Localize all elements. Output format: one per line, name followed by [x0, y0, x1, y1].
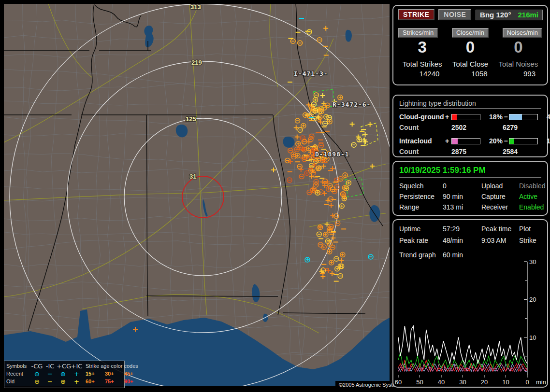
circle-minus-icon: ⊖ [30, 371, 43, 377]
total-noises-value: 993 [494, 70, 542, 78]
svg-text:10: 10 [529, 334, 536, 341]
svg-text:30: 30 [529, 258, 536, 266]
legend-symbols-header: Symbols [6, 363, 30, 369]
noises-per-min-badge: Noises/min [503, 28, 542, 38]
plot-mode-value: Strike [519, 237, 541, 244]
upload-status: Disabled [519, 182, 545, 190]
peak-time-value: 9:03 AM [481, 237, 519, 244]
circle-plus-icon: ⊕ [57, 371, 70, 377]
map-canvas: 31321912531I-471-3-R-3472-6-D-1898-1 [4, 4, 390, 386]
svg-text:313: 313 [190, 4, 201, 11]
cg-negative-bar [509, 114, 538, 120]
svg-text:40: 40 [438, 378, 445, 386]
minus-icon: − [43, 378, 57, 385]
close-per-min-badge: Close/min [452, 28, 489, 38]
intracloud-counts: Count 2875 2584 [393, 148, 547, 155]
legend-header: Symbols -CG -IC +CG +IC Strike age color… [6, 362, 122, 370]
strike-button[interactable]: STRIKE [398, 9, 434, 20]
map-symbol-legend: Symbols -CG -IC +CG +IC Strike age color… [4, 361, 125, 388]
trend-graph[interactable]: 1020306050403020100min [393, 258, 547, 387]
ic-negative-bar [509, 138, 538, 144]
plus-icon: + [70, 378, 84, 385]
cg-positive-count: 2502 [451, 124, 503, 131]
legend-row-recent: Recent ⊖ − ⊕ + 15+ 30+ 45+ [6, 370, 122, 378]
total-labels: Total Strikes Total Close Total Noises [393, 56, 547, 68]
app-window: { "app": { "copyright": "©2005 Astrogeni… [0, 0, 550, 392]
intracloud-row: Intracloud + 20% − 18% [393, 137, 547, 145]
datetime-display: 10/19/2025 1:59:16 PM [399, 166, 541, 178]
cloud-ground-row: Cloud-ground + 18% − 44% [393, 113, 547, 121]
noise-button[interactable]: NOISE [438, 9, 471, 20]
svg-text:20: 20 [529, 296, 536, 303]
peak-rate-value: 48/min [443, 237, 481, 244]
ic-negative-count: 2584 [503, 148, 550, 155]
uptime-value: 57:29 [443, 225, 481, 233]
cloud-ground-counts: Count 2502 6279 [393, 124, 547, 131]
noises-per-min-value: 0 [494, 39, 542, 56]
receiver-status-panel: 10/19/2025 1:59:16 PM Squelch0 UploadDis… [392, 161, 548, 216]
rate-values: 3 0 0 [393, 38, 547, 56]
circle-plus-icon: ⊕ [57, 378, 70, 385]
svg-text:20: 20 [481, 378, 488, 386]
total-close-value: 1058 [446, 70, 494, 78]
svg-text:50: 50 [416, 378, 423, 386]
svg-text:31: 31 [189, 173, 196, 180]
svg-text:10: 10 [502, 378, 509, 386]
bearing-badge: Bng 120° 216mi [476, 10, 543, 20]
svg-text:0: 0 [525, 378, 529, 386]
rate-badges: Strikes/min Close/min Noises/min [393, 20, 547, 38]
strikes-per-min-badge: Strikes/min [398, 28, 438, 38]
lightning-map[interactable]: 31321912531I-471-3-R-3472-6-D-1898-1 [4, 4, 390, 386]
trend-panel: Uptime57:29 Peak timePlot Peak rate48/mi… [392, 219, 548, 388]
trend-series-cg-positive [398, 360, 527, 372]
strikes-per-min-value: 3 [398, 39, 446, 56]
toolbar: STRIKE NOISE Bng 120° 216mi [393, 6, 547, 20]
svg-text:30: 30 [459, 378, 466, 386]
distribution-title: Lightning type distribution [399, 99, 541, 109]
svg-text:219: 219 [191, 59, 202, 66]
total-values: 14240 1058 993 [393, 68, 547, 78]
trend-series-total [398, 326, 527, 364]
persistence-value: 90 min [443, 193, 481, 200]
legend-row-old: Old ⊖ − ⊕ + 60+ 75+ 90+ [6, 378, 122, 385]
legend-age-header: Strike age color codes [84, 363, 142, 369]
storm-cell-label: R-3472-6- [333, 101, 371, 108]
range-value: 313 mi [443, 203, 481, 211]
strike-stats-panel: STRIKE NOISE Bng 120° 216mi Strikes/min … [392, 5, 548, 85]
svg-text:60: 60 [395, 378, 402, 386]
capture-status: Active [519, 193, 545, 200]
storm-cell-label: D-1898-1 [315, 151, 349, 158]
cg-negative-count: 6279 [503, 124, 550, 131]
x-axis-unit: min [536, 378, 546, 386]
circle-minus-icon: ⊖ [30, 378, 43, 385]
lightning-distribution-panel: Lightning type distribution Cloud-ground… [392, 95, 548, 157]
squelch-value: 0 [443, 182, 481, 190]
bearing-distance: 216mi [518, 11, 538, 19]
status-grid: Squelch0 UploadDisabled Persistence90 mi… [393, 182, 547, 211]
ic-positive-count: 2875 [451, 148, 503, 155]
uptime-stats: Uptime57:29 Peak timePlot Peak rate48/mi… [393, 225, 547, 244]
ic-positive-bar [451, 138, 480, 144]
total-strikes-value: 14240 [398, 70, 446, 78]
plus-icon: + [70, 371, 84, 377]
receiver-status: Enabled [519, 203, 545, 211]
storm-cell-label: I-471-3- [294, 70, 328, 77]
close-per-min-value: 0 [446, 39, 494, 56]
bearing-label: Bng 120° [480, 11, 511, 19]
svg-text:125: 125 [186, 115, 196, 123]
cg-positive-bar [451, 114, 480, 120]
minus-icon: − [43, 371, 57, 377]
